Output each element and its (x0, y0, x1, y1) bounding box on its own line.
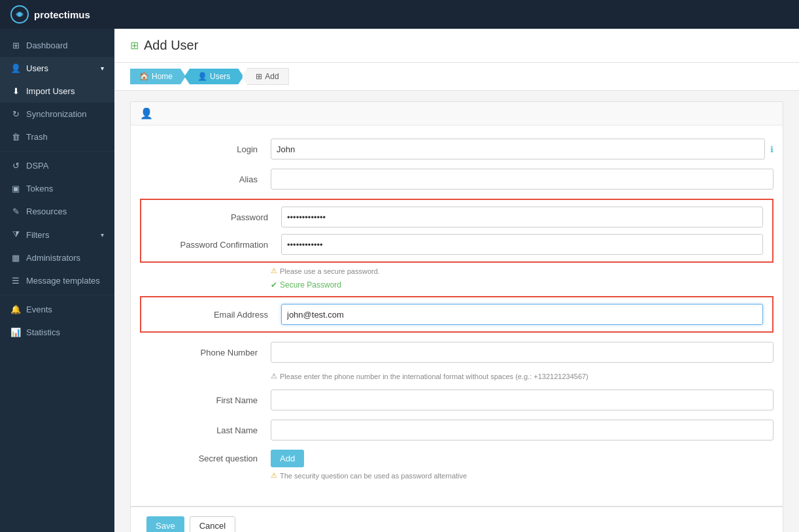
sidebar-item-trash[interactable]: 🗑 Trash (0, 125, 114, 148)
login-input[interactable] (271, 139, 765, 159)
sidebar: ⊞ Dashboard 👤 Users ▾ ⬇ Import Users ↻ S… (0, 29, 114, 532)
breadcrumb-add-label: Add (265, 72, 279, 81)
sidebar-item-tokens[interactable]: ▣ Tokens (0, 177, 114, 200)
sidebar-label-trash: Trash (26, 132, 48, 142)
breadcrumb-home[interactable]: 🏠 Home (130, 69, 186, 84)
message-icon: ☰ (10, 276, 21, 286)
brand-name: protectimus (34, 9, 90, 20)
check-icon: ✔ (271, 280, 277, 290)
add-user-form: 👤 Login ℹ Alias (130, 101, 783, 507)
sidebar-item-message-templates[interactable]: ☰ Message templates (0, 269, 114, 292)
person-icon: 👤 (140, 108, 153, 119)
secret-question-row: Secret question Add (140, 450, 774, 467)
breadcrumb-home-label: Home (152, 72, 173, 81)
alias-row: Alias (140, 169, 774, 190)
password-confirmation-input[interactable] (281, 234, 763, 255)
sidebar-label-administrators: Administrators (26, 253, 80, 263)
form-section-user-icon: 👤 (131, 102, 783, 125)
filters-icon: ⧩ (10, 229, 21, 240)
sidebar-divider-1 (0, 151, 114, 152)
first-name-label: First Name (140, 395, 271, 405)
breadcrumb-users-label: Users (210, 72, 230, 81)
trash-icon: 🗑 (10, 132, 21, 142)
sidebar-divider-2 (0, 295, 114, 295)
sidebar-item-import-users[interactable]: ⬇ Import Users (0, 80, 114, 103)
breadcrumb-add[interactable]: ⊞ Add (242, 68, 288, 85)
add-secret-question-button[interactable]: Add (271, 450, 304, 467)
secure-label: Secure Password (280, 280, 341, 290)
add-icon-breadcrumb: ⊞ (256, 72, 262, 81)
sidebar-label-users: Users (26, 63, 48, 73)
secret-question-hint: ⚠ The security question can be used as p… (271, 471, 774, 480)
sidebar-label-tokens: Tokens (26, 184, 53, 193)
phone-row: Phone Number (140, 342, 774, 363)
resources-icon: ✎ (10, 207, 21, 216)
chevron-down-icon: ▾ (101, 65, 104, 72)
password-label: Password (150, 212, 281, 222)
sidebar-item-events[interactable]: 🔔 Events (0, 298, 114, 321)
cancel-button[interactable]: Cancel (190, 516, 235, 532)
sidebar-item-synchronization[interactable]: ↻ Synchronization (0, 103, 114, 125)
secure-password-text: ✔ Secure Password (271, 280, 774, 290)
sidebar-item-resources[interactable]: ✎ Resources (0, 200, 114, 223)
chevron-down-icon-filters: ▾ (101, 231, 104, 239)
users-icon-breadcrumb: 👤 (197, 72, 207, 81)
email-box: Email Address (140, 296, 774, 333)
brand-logo (10, 5, 29, 24)
email-input[interactable] (281, 304, 763, 325)
navbar: protectimus (0, 0, 799, 29)
password-hint-text: Please use a secure password. (280, 267, 380, 275)
last-name-label: Last Name (140, 425, 271, 435)
tokens-icon: ▣ (10, 184, 21, 193)
password-hint: ⚠ Please use a secure password. (271, 267, 774, 275)
sidebar-item-users[interactable]: 👤 Users ▾ (0, 57, 114, 80)
brand: protectimus (10, 5, 90, 24)
info-icon[interactable]: ℹ (770, 144, 774, 154)
sidebar-label-statistics: Statistics (26, 327, 60, 337)
phone-hint-text: Please enter the phone number in the int… (280, 373, 588, 380)
email-label: Email Address (150, 310, 281, 320)
secret-question-label: Secret question (140, 454, 271, 463)
warning-icon-phone: ⚠ (271, 372, 277, 380)
sidebar-item-administrators[interactable]: ▦ Administrators (0, 246, 114, 269)
first-name-input[interactable] (271, 390, 774, 410)
last-name-row: Last Name (140, 420, 774, 441)
first-name-row: First Name (140, 390, 774, 410)
form-wrapper: 👤 Login ℹ Alias (130, 101, 783, 532)
home-icon: 🏠 (139, 72, 149, 81)
sidebar-item-dashboard[interactable]: ⊞ Dashboard (0, 34, 114, 57)
sidebar-label-dspa: DSPA (26, 161, 48, 171)
breadcrumb-users[interactable]: 👤 Users (184, 69, 243, 84)
form-actions: Save Cancel (130, 507, 783, 532)
phone-input[interactable] (271, 342, 774, 363)
statistics-icon: 📊 (10, 327, 21, 337)
last-name-input[interactable] (271, 420, 774, 441)
add-user-header-icon: ⊞ (130, 39, 139, 52)
sidebar-item-filters[interactable]: ⧩ Filters ▾ (0, 223, 114, 246)
sidebar-label-resources: Resources (26, 207, 67, 216)
alias-label: Alias (140, 175, 271, 184)
sync-icon: ↻ (10, 109, 21, 119)
sidebar-label-events: Events (26, 305, 52, 314)
warning-icon-secret: ⚠ (271, 471, 277, 480)
email-row: Email Address (150, 304, 763, 325)
dspa-icon: ↺ (10, 161, 21, 171)
password-input[interactable] (281, 207, 763, 227)
sidebar-label-dashboard: Dashboard (26, 41, 68, 50)
phone-hint: ⚠ Please enter the phone number in the i… (271, 372, 774, 380)
password-box: Password Password Confirmation (140, 199, 774, 263)
warning-icon: ⚠ (271, 267, 277, 275)
alias-input[interactable] (271, 169, 774, 190)
breadcrumb: 🏠 Home 👤 Users ⊞ Add (114, 63, 799, 91)
sidebar-item-dspa[interactable]: ↺ DSPA (0, 154, 114, 177)
grid-icon: ⊞ (10, 41, 21, 50)
phone-label: Phone Number (140, 348, 271, 357)
password-confirmation-row: Password Confirmation (150, 234, 763, 255)
save-button[interactable]: Save (146, 516, 184, 532)
sidebar-item-statistics[interactable]: 📊 Statistics (0, 321, 114, 344)
sidebar-label-import-users: Import Users (26, 86, 75, 96)
password-row: Password (150, 207, 763, 227)
page-title: Add User (144, 38, 198, 53)
events-icon: 🔔 (10, 305, 21, 314)
sidebar-label-synchronization: Synchronization (26, 109, 87, 119)
